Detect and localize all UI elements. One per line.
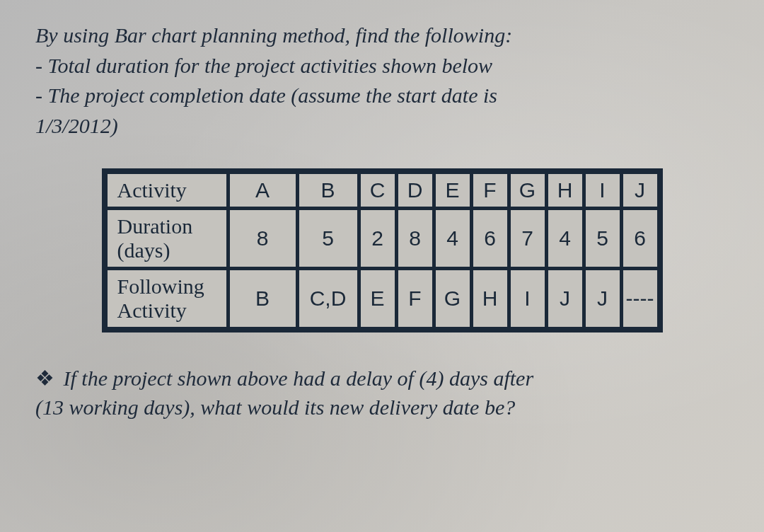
cell-duration-J: 6 bbox=[623, 209, 658, 267]
cell-activity-I: I bbox=[585, 173, 620, 207]
cell-duration-E: 4 bbox=[435, 209, 470, 267]
cell-following-I: J bbox=[585, 270, 620, 328]
table-row-duration: Duration (days) 8 5 2 8 4 6 7 4 5 6 bbox=[107, 209, 658, 267]
cell-following-F: H bbox=[473, 270, 508, 328]
intro-line-2: - Total duration for the project activit… bbox=[35, 52, 729, 81]
row-label-duration: Duration (days) bbox=[107, 209, 227, 267]
cell-following-H: J bbox=[548, 270, 583, 328]
cell-following-B: C,D bbox=[299, 270, 358, 328]
intro-line-1: By using Bar chart planning method, find… bbox=[35, 21, 729, 50]
intro-line-4: 1/3/2012) bbox=[35, 112, 729, 141]
table-row-activity: Activity A B C D E F G H I J bbox=[107, 173, 658, 207]
cell-activity-A: A bbox=[229, 173, 296, 207]
cell-following-C: E bbox=[360, 270, 395, 328]
followup-question: ❖ If the project shown above had a delay… bbox=[35, 364, 729, 422]
cell-duration-A: 8 bbox=[229, 209, 296, 267]
cell-activity-D: D bbox=[398, 173, 433, 207]
footer-line-1: If the project shown above had a delay o… bbox=[64, 366, 534, 390]
cell-activity-H: H bbox=[548, 173, 583, 207]
cell-duration-F: 6 bbox=[473, 209, 508, 267]
cell-duration-H: 4 bbox=[548, 209, 583, 267]
intro-line-3: - The project completion date (assume th… bbox=[35, 81, 729, 110]
cell-activity-C: C bbox=[360, 173, 395, 207]
cell-activity-J: J bbox=[623, 173, 658, 207]
row-label-activity: Activity bbox=[107, 173, 227, 207]
cell-activity-F: F bbox=[473, 173, 508, 207]
cell-activity-G: G bbox=[510, 173, 545, 207]
cell-following-A: B bbox=[229, 270, 296, 328]
row-label-following: Following Activity bbox=[107, 270, 227, 328]
cell-duration-B: 5 bbox=[299, 209, 358, 267]
activity-table: Activity A B C D E F G H I J Duration (d… bbox=[102, 168, 663, 332]
bullet-icon: ❖ bbox=[35, 364, 58, 393]
cell-duration-I: 5 bbox=[585, 209, 620, 267]
activity-table-container: Activity A B C D E F G H I J Duration (d… bbox=[35, 168, 729, 332]
question-intro: By using Bar chart planning method, find… bbox=[35, 21, 729, 140]
cell-activity-E: E bbox=[435, 173, 470, 207]
cell-following-E: G bbox=[435, 270, 470, 328]
cell-following-D: F bbox=[398, 270, 433, 328]
cell-duration-C: 2 bbox=[360, 209, 395, 267]
table-row-following: Following Activity B C,D E F G H I J J -… bbox=[107, 270, 658, 328]
cell-duration-D: 8 bbox=[398, 209, 433, 267]
cell-activity-B: B bbox=[299, 173, 358, 207]
cell-following-J: ---- bbox=[623, 270, 658, 328]
cell-following-G: I bbox=[510, 270, 545, 328]
cell-duration-G: 7 bbox=[510, 209, 545, 267]
footer-line-2: (13 working days), what would its new de… bbox=[35, 395, 515, 419]
